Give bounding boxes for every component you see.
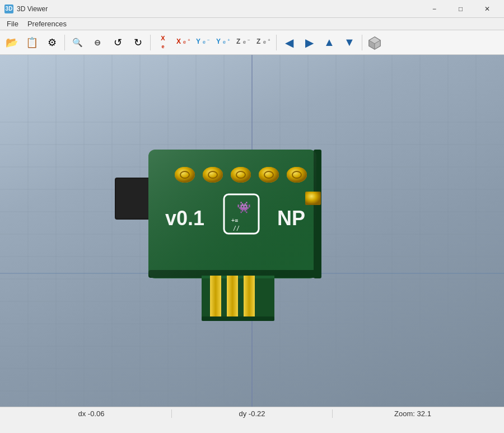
svg-text:NP: NP [277,207,305,230]
title-bar: 3D 3D Viewer − □ ✕ [0,0,504,18]
window-title: 3D Viewer [17,5,422,13]
copy-icon: 📋 [26,36,38,49]
dx-label: dx [78,409,86,418]
nav-right-icon: ▶ [305,36,314,49]
svg-text:+: + [227,38,230,43]
axis-x-minus-icon: Xe [161,35,165,49]
zoom-in-button[interactable]: 🔍 [68,33,87,52]
svg-rect-87 [202,316,274,321]
svg-text:−: − [207,38,210,43]
svg-rect-52 [116,179,151,218]
svg-text:−: − [248,38,250,43]
axis-z-plus-icon: Z e + [256,35,272,50]
menu-bar: File Preferences [0,18,504,30]
zoom-out-button[interactable]: ⊖ [88,33,107,52]
axis-y-minus-button[interactable]: Y e − [194,33,213,52]
status-bar: dx -0.06 dy -0.22 Zoom: 32.1 [0,407,504,420]
nav-left-icon: ◀ [285,36,293,49]
separator-2 [150,35,151,50]
svg-text:e: e [263,39,266,45]
nav-right-button[interactable]: ▶ [300,33,319,52]
svg-rect-72 [305,192,321,205]
minimize-button[interactable]: − [422,1,447,17]
zoom-number: 32.1 [417,409,431,418]
rotate-ccw-icon: ↺ [114,36,122,49]
viewport[interactable]: v0.1 NP 👾 +≡ // [0,55,504,407]
zoom-out-icon: ⊖ [94,38,101,47]
dx-number: -0.06 [88,409,105,418]
svg-text:👾: 👾 [237,201,251,214]
axis-z-minus-icon: Z e − [236,35,251,50]
app-icon: 3D [4,4,13,13]
svg-point-58 [175,167,195,183]
axis-y-minus-icon: Y e − [195,35,211,50]
dy-number: -0.22 [249,409,265,418]
pcb-model: v0.1 NP 👾 +≡ // [98,105,378,357]
status-zoom: Zoom: 32.1 [333,409,493,418]
svg-text:+≡: +≡ [231,217,238,224]
zoom-in-icon: 🔍 [72,38,83,48]
settings-button[interactable]: ⚙ [43,33,62,52]
svg-text:+: + [188,38,190,43]
svg-text:v0.1: v0.1 [165,207,204,230]
svg-text:Y: Y [196,38,200,45]
svg-point-64 [231,167,251,183]
svg-text:e: e [203,39,206,45]
menu-preferences[interactable]: Preferences [23,18,71,29]
open-button[interactable]: 📂 [2,33,21,52]
rotate-cw-button[interactable]: ↻ [128,33,147,52]
zoom-label: Zoom: [394,409,415,418]
nav-left-button[interactable]: ◀ [279,33,298,52]
svg-text:e: e [223,39,226,45]
svg-text:e: e [183,39,186,45]
axis-z-plus-button[interactable]: Z e + [254,33,273,52]
svg-text:Z: Z [256,38,260,45]
axis-z-minus-button[interactable]: Z e − [234,33,253,52]
menu-file[interactable]: File [2,18,23,29]
svg-point-61 [203,167,223,183]
window-controls: − □ ✕ [422,1,500,17]
status-dy: dy -0.22 [172,409,333,418]
dy-label: dy [239,409,247,418]
svg-text:X: X [176,38,181,45]
copy-button[interactable]: 📋 [22,33,41,52]
status-dx: dx -0.06 [11,409,172,418]
rotate-cw-icon: ↻ [134,36,142,49]
svg-rect-86 [244,276,255,318]
separator-3 [276,35,277,50]
axis-x-plus-icon: X e + [175,35,191,50]
nav-up-icon: ▲ [324,36,335,49]
maximize-button[interactable]: □ [448,1,473,17]
axis-y-plus-button[interactable]: Y e + [214,33,233,52]
nav-down-icon: ▼ [344,36,355,49]
view-3d-button[interactable] [365,33,384,52]
svg-text:+: + [268,38,270,43]
svg-text:e: e [243,39,246,45]
svg-point-67 [259,167,279,183]
close-button[interactable]: ✕ [474,1,500,17]
svg-text://: // [233,225,240,231]
rotate-ccw-button[interactable]: ↺ [108,33,127,52]
separator-1 [64,35,65,50]
nav-up-button[interactable]: ▲ [320,33,339,52]
axis-y-plus-icon: Y e + [216,35,231,50]
toolbar: 📂 📋 ⚙ 🔍 ⊖ ↺ ↻ Xe X e + Y e − [0,30,504,55]
svg-text:Z: Z [236,38,240,45]
axis-x-plus-button[interactable]: X e + [174,33,193,52]
svg-rect-84 [227,276,238,318]
svg-point-70 [287,167,307,183]
nav-down-button[interactable]: ▼ [340,33,359,52]
axis-x-minus-button[interactable]: Xe [153,33,172,52]
svg-text:Y: Y [216,38,221,45]
svg-rect-82 [210,276,221,318]
open-icon: 📂 [6,36,18,49]
separator-4 [362,35,362,50]
settings-icon: ⚙ [48,36,57,49]
view-3d-icon [367,35,382,50]
